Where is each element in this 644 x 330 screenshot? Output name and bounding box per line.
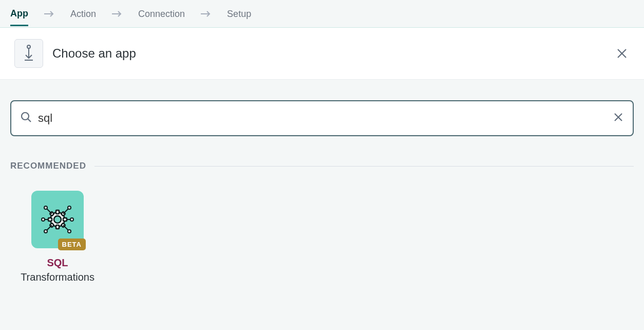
svg-point-30 (44, 230, 47, 233)
recommended-section: RECOMMENDED (10, 161, 634, 284)
section-header: RECOMMENDED (10, 161, 634, 171)
svg-line-24 (47, 225, 52, 230)
panel-title: Choose an app (52, 46, 605, 61)
breadcrumb: App Action Connection Setup (0, 0, 644, 28)
breadcrumb-setup[interactable]: Setup (227, 2, 251, 26)
svg-rect-17 (63, 218, 67, 221)
placeholder-app-icon (14, 39, 43, 68)
svg-line-23 (63, 209, 68, 214)
svg-line-25 (63, 225, 68, 230)
close-button[interactable] (614, 46, 630, 61)
arrow-icon (44, 9, 55, 19)
svg-line-9 (28, 119, 31, 122)
search-input[interactable] (38, 112, 607, 125)
svg-rect-14 (56, 210, 59, 214)
svg-point-32 (42, 218, 45, 221)
svg-point-3 (27, 45, 30, 48)
clear-search-button[interactable] (613, 112, 623, 124)
breadcrumb-app[interactable]: App (10, 1, 28, 26)
divider (94, 166, 634, 167)
svg-point-13 (54, 216, 61, 223)
arrow-icon (111, 9, 123, 19)
svg-point-31 (68, 230, 71, 233)
arrow-icon (200, 9, 212, 19)
svg-rect-16 (48, 218, 52, 221)
svg-point-28 (44, 206, 47, 209)
gear-network-icon (41, 203, 74, 236)
svg-rect-15 (56, 225, 59, 229)
svg-line-22 (47, 209, 52, 214)
breadcrumb-connection[interactable]: Connection (138, 2, 185, 26)
svg-point-33 (70, 218, 73, 221)
panel-body: RECOMMENDED (0, 80, 644, 295)
close-icon (616, 48, 628, 59)
beta-badge: BETA (58, 239, 86, 250)
search-icon (21, 112, 32, 125)
breadcrumb-action[interactable]: Action (70, 2, 96, 26)
app-name-highlight: SQL (47, 257, 68, 268)
app-icon: BETA (31, 191, 84, 248)
app-name-rest: Transformations (21, 271, 94, 283)
search-box[interactable] (10, 100, 634, 136)
close-icon (613, 112, 623, 122)
app-cards: BETA SQL Transformations (10, 191, 634, 284)
app-name: SQL Transformations (21, 255, 94, 284)
panel-header: Choose an app (0, 28, 644, 80)
svg-point-29 (68, 206, 71, 209)
svg-point-8 (22, 113, 29, 120)
app-card-sql-transformations[interactable]: BETA SQL Transformations (22, 191, 93, 284)
section-label: RECOMMENDED (10, 161, 86, 171)
